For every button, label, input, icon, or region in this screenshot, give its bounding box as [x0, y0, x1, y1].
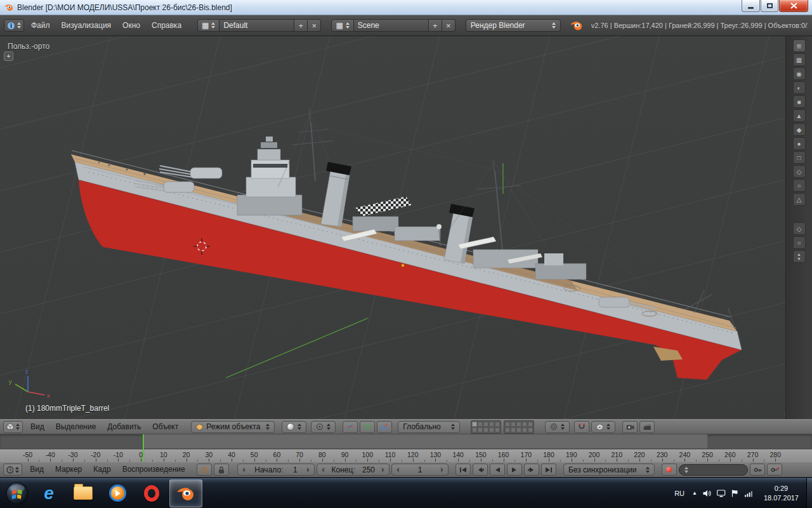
layer-toggle[interactable]: [489, 427, 494, 432]
taskbar-windows-explorer-button[interactable]: [67, 479, 100, 507]
manipulator-scale-button[interactable]: [377, 421, 392, 433]
lock-time-button[interactable]: [214, 464, 229, 476]
frame-start-field[interactable]: Начало: 1: [237, 464, 315, 476]
timeline-track[interactable]: [0, 434, 812, 449]
screen-delete-button[interactable]: ×: [308, 19, 321, 32]
layer-toggle[interactable]: [478, 427, 483, 432]
viewport-menu-add[interactable]: Добавить: [102, 420, 147, 434]
taskbar-blender-button[interactable]: [169, 479, 202, 507]
info-menu-help[interactable]: Справка: [146, 15, 187, 36]
viewport-editor-type-selector[interactable]: [3, 421, 23, 433]
viewport-canvas[interactable]: x y z: [0, 36, 812, 419]
language-indicator[interactable]: RU: [672, 488, 686, 498]
layer-toggle[interactable]: [478, 422, 483, 427]
layer-toggle[interactable]: [522, 427, 527, 432]
layer-toggle[interactable]: [528, 422, 533, 427]
props-tab-icon[interactable]: △: [793, 193, 806, 206]
increment-arrow-icon[interactable]: [307, 467, 310, 472]
timeline-menu-frame[interactable]: Кадр: [88, 462, 116, 477]
hidden-icons-button[interactable]: ▲: [692, 490, 697, 496]
pivot-center-selector[interactable]: [311, 421, 336, 433]
scroll-arrows[interactable]: ▲▼: [793, 250, 806, 263]
layer-toggle[interactable]: [516, 422, 521, 427]
increment-arrow-icon[interactable]: [382, 467, 384, 472]
frame-end-field[interactable]: Конец: 250: [317, 464, 390, 476]
proportional-edit-selector[interactable]: [545, 421, 570, 433]
props-tab-icon[interactable]: ○: [793, 179, 806, 192]
layer-toggle[interactable]: [522, 422, 527, 427]
playback-range-lock-button[interactable]: [197, 464, 212, 476]
timeline-ruler[interactable]: -50-40-30-20-100102030405060708090100110…: [0, 449, 812, 462]
render-engine-selector[interactable]: Рендер Blender: [466, 19, 561, 32]
layer-toggle[interactable]: [511, 422, 516, 427]
viewport-shading-selector[interactable]: [282, 421, 306, 433]
props-tab-icon[interactable]: ▦: [793, 53, 806, 66]
scene-browse-button[interactable]: ▦: [331, 19, 353, 32]
ship-model[interactable]: [71, 109, 742, 380]
scene-name-field[interactable]: Scene: [354, 19, 429, 32]
screen-name-field[interactable]: Default: [219, 19, 294, 32]
decrement-arrow-icon[interactable]: [396, 467, 399, 472]
keyframe-delete-button[interactable]: [767, 464, 782, 476]
next-keyframe-button[interactable]: [524, 464, 539, 476]
play-reverse-button[interactable]: [490, 464, 505, 476]
info-menu-window[interactable]: Окно: [117, 15, 146, 36]
viewport-menu-select[interactable]: Выделение: [50, 420, 102, 434]
pin-icon[interactable]: ○: [793, 236, 806, 249]
increment-arrow-icon[interactable]: [441, 467, 443, 472]
screen-add-button[interactable]: +: [294, 19, 308, 32]
outliner-icon[interactable]: ◇: [793, 222, 806, 235]
scene-add-button[interactable]: +: [429, 19, 442, 32]
minimize-button[interactable]: [742, 0, 760, 12]
layer-toggle[interactable]: [472, 422, 477, 427]
action-center-flag-icon[interactable]: [731, 490, 738, 497]
layer-toggle[interactable]: [483, 427, 488, 432]
info-menu-file[interactable]: Файл: [25, 15, 56, 36]
manipulator-rotate-button[interactable]: [360, 421, 375, 433]
window-titlebar[interactable]: Blender [D:\МОИ МОДЕЛИ\USSA\Проект 26-би…: [0, 0, 812, 15]
3d-viewport[interactable]: x y z Польз.-орто (1) 180mmTripleT_barre…: [0, 36, 812, 419]
props-tab-icon[interactable]: ▲: [793, 109, 806, 122]
opengl-render-anim-button[interactable]: [639, 421, 655, 433]
layer-toggle[interactable]: [516, 427, 521, 432]
timeline-menu-playback[interactable]: Воспроизведение: [117, 462, 191, 477]
screen-layout-selector[interactable]: ▦ Default + ×: [197, 19, 321, 32]
info-menu-render[interactable]: Визуализация: [56, 15, 117, 36]
props-tab-icon[interactable]: ◆: [793, 123, 806, 136]
timeline-editor-type-selector[interactable]: [3, 464, 22, 476]
viewport-menu-view[interactable]: Вид: [25, 420, 50, 434]
sync-mode-selector[interactable]: Без синхронизации: [563, 464, 655, 476]
timeline-menu-marker[interactable]: Маркер: [49, 462, 88, 477]
current-frame-field[interactable]: 1: [391, 464, 449, 476]
maximize-button[interactable]: [761, 0, 778, 12]
layer-toggle[interactable]: [505, 427, 510, 432]
props-tab-icon[interactable]: ●: [793, 137, 806, 150]
current-frame-line[interactable]: [143, 434, 144, 462]
props-tab-icon[interactable]: □: [793, 151, 806, 164]
decrement-arrow-icon[interactable]: [322, 467, 324, 472]
props-tab-icon[interactable]: ◐: [793, 81, 806, 94]
layer-toggle[interactable]: [505, 422, 510, 427]
manipulator-translate-button[interactable]: [343, 421, 358, 433]
layers-widget[interactable]: [471, 420, 534, 434]
decrement-arrow-icon[interactable]: [242, 467, 245, 472]
props-tab-icon[interactable]: ■: [793, 95, 806, 108]
keying-set-selector[interactable]: [679, 464, 748, 476]
toolshelf-expand-button[interactable]: +: [4, 51, 13, 61]
jump-to-end-button[interactable]: [541, 464, 556, 476]
info-editor-type-selector[interactable]: [4, 19, 24, 32]
timeline-menu-view[interactable]: Вид: [24, 462, 49, 477]
taskbar-media-player-button[interactable]: [101, 479, 134, 507]
auto-keyframe-record-button[interactable]: [662, 464, 677, 476]
layer-toggle[interactable]: [528, 427, 533, 432]
show-desktop-button[interactable]: [806, 478, 812, 508]
volume-icon[interactable]: [703, 490, 711, 497]
layer-toggle[interactable]: [511, 427, 516, 432]
properties-editor-icon[interactable]: ≣: [793, 39, 806, 52]
screen-browse-button[interactable]: ▦: [197, 19, 219, 32]
snap-element-selector[interactable]: [591, 421, 615, 433]
layer-toggle[interactable]: [483, 422, 488, 427]
mode-selector[interactable]: Режим объекта: [191, 421, 275, 433]
layer-toggle[interactable]: [495, 422, 500, 427]
snap-toggle-button[interactable]: [574, 421, 589, 433]
